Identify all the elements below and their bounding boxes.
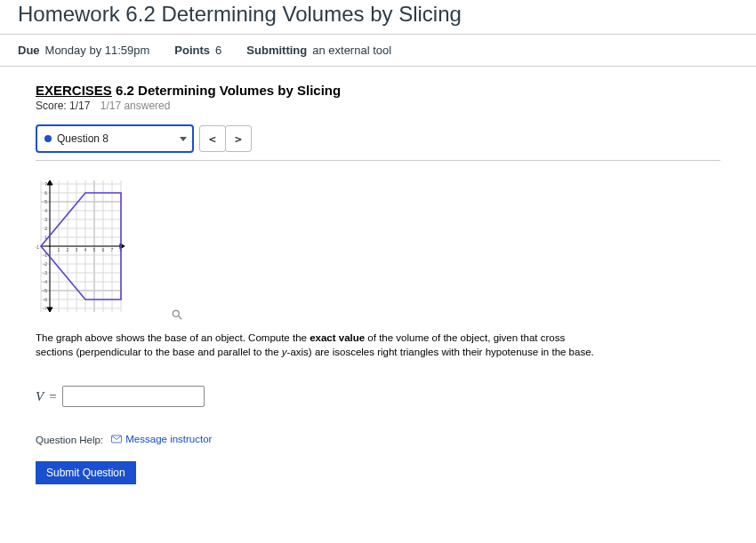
svg-marker-32 — [47, 307, 52, 312]
question-select-label: Question 8 — [57, 132, 109, 145]
points-label: Points — [174, 44, 210, 57]
answered-count: 1/17 answered — [101, 100, 171, 112]
svg-text:-7: -7 — [44, 306, 48, 311]
svg-text:-3: -3 — [44, 270, 48, 275]
divider — [36, 160, 720, 161]
zoom-icon[interactable] — [171, 308, 183, 321]
svg-text:2: 2 — [44, 226, 47, 231]
answer-variable: V — [36, 389, 44, 404]
svg-text:6: 6 — [102, 247, 105, 252]
help-row: Question Help: Message instructor — [36, 434, 720, 445]
graph: -1 12345678 1234567 -1-2-3-4-5-6-7 — [36, 173, 181, 319]
envelope-icon — [111, 435, 122, 443]
due-label: Due — [18, 44, 40, 57]
score-row: Score: 1/17 1/17 answered — [36, 100, 720, 112]
caret-down-icon — [180, 137, 187, 141]
exercise-title: EXERCISES 6.2 Determining Volumes by Sli… — [36, 83, 720, 98]
svg-text:-4: -4 — [44, 279, 48, 284]
svg-text:7: 7 — [111, 247, 114, 252]
svg-text:2: 2 — [67, 247, 69, 252]
submitting-block: Submittingan external tool — [246, 44, 391, 57]
svg-text:-1: -1 — [36, 244, 39, 250]
help-label: Question Help: — [36, 435, 103, 445]
page-title: Homework 6.2 Determining Volumes by Slic… — [18, 2, 738, 27]
message-instructor-label: Message instructor — [125, 434, 212, 444]
prev-question-button[interactable]: < — [199, 125, 226, 152]
svg-text:3: 3 — [76, 247, 78, 252]
svg-text:5: 5 — [93, 247, 96, 252]
svg-text:-2: -2 — [44, 261, 48, 267]
question-select[interactable]: Question 8 — [36, 124, 194, 153]
svg-text:6: 6 — [44, 190, 47, 196]
score-label: Score: — [36, 100, 69, 112]
next-question-button[interactable]: > — [225, 125, 252, 152]
submitting-value: an external tool — [312, 44, 391, 57]
score-value: 1/17 — [69, 100, 90, 112]
assignment-meta: DueMonday by 11:59pm Points6 Submittinga… — [0, 35, 756, 67]
svg-text:3: 3 — [44, 217, 47, 222]
submitting-label: Submitting — [246, 44, 307, 57]
submit-question-button[interactable]: Submit Question — [36, 461, 136, 484]
svg-text:4: 4 — [44, 208, 47, 213]
svg-text:4: 4 — [84, 247, 87, 252]
svg-text:-6: -6 — [44, 297, 48, 302]
due-block: DueMonday by 11:59pm — [18, 44, 149, 57]
svg-line-57 — [179, 316, 182, 320]
svg-text:5: 5 — [44, 199, 47, 204]
due-value: Monday by 11:59pm — [45, 44, 150, 57]
svg-marker-31 — [47, 180, 52, 185]
message-instructor-link[interactable]: Message instructor — [111, 434, 212, 444]
svg-text:7: 7 — [44, 181, 47, 187]
points-value: 6 — [215, 44, 221, 57]
svg-point-56 — [173, 310, 179, 316]
question-text: The graph above shows the base of an obj… — [36, 331, 605, 359]
svg-text:1: 1 — [58, 247, 60, 252]
equals-sign: = — [49, 389, 56, 404]
status-dot-icon — [44, 135, 52, 142]
svg-text:-5: -5 — [44, 288, 48, 293]
points-block: Points6 — [174, 44, 221, 57]
answer-input[interactable] — [62, 386, 205, 407]
